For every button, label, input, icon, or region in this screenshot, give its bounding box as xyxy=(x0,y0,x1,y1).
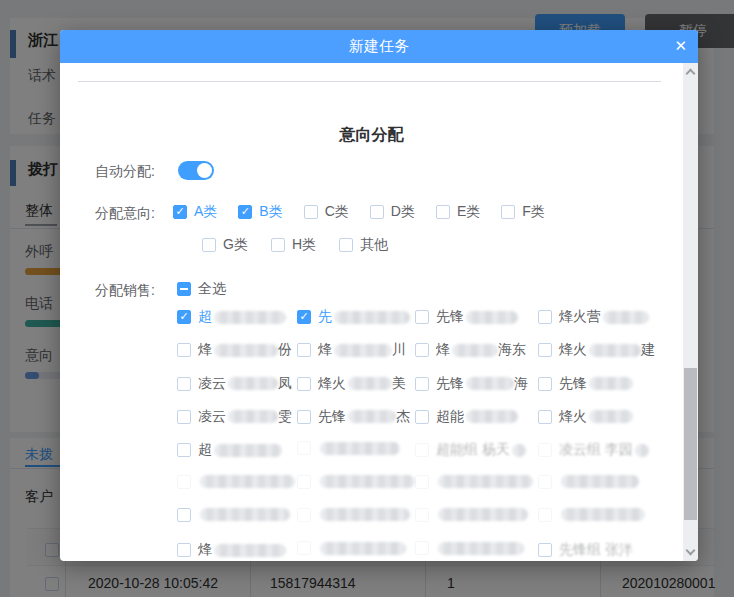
close-icon[interactable]: ✕ xyxy=(674,37,687,55)
sales-item[interactable]: 凌云凤 xyxy=(177,375,292,393)
sales-item-checkbox[interactable] xyxy=(177,475,191,489)
modal-body: 意向分配 自动分配: 分配意向: A类B类C类D类E类F类 G类H类其他 分配销… xyxy=(60,63,683,561)
sales-item[interactable] xyxy=(538,475,639,489)
intent-A类[interactable]: A类 xyxy=(173,203,217,221)
sales-item-checkbox[interactable] xyxy=(538,410,552,424)
sales-item-checkbox[interactable] xyxy=(415,541,429,555)
sales-item-checkbox[interactable] xyxy=(297,508,311,522)
sales-item[interactable] xyxy=(415,508,528,522)
sales-item[interactable]: 烽川 xyxy=(297,341,406,359)
sales-item[interactable]: 超 xyxy=(177,308,286,326)
sales-item-checkbox[interactable] xyxy=(415,343,429,357)
sales-item[interactable]: 烽火建 xyxy=(538,341,655,359)
sales-item-checkbox[interactable] xyxy=(415,410,429,424)
sales-item[interactable]: 烽海东 xyxy=(415,341,526,359)
sales-item-checkbox[interactable] xyxy=(538,443,552,457)
sales-item-checkbox[interactable] xyxy=(538,475,552,489)
scroll-up-icon[interactable] xyxy=(686,69,696,79)
sales-item-checkbox[interactable] xyxy=(538,508,552,522)
intent-B类[interactable]: B类 xyxy=(238,203,282,221)
intent-E类-checkbox[interactable] xyxy=(436,205,450,219)
modal-scrollbar[interactable] xyxy=(683,63,698,561)
select-all-sales[interactable]: 全选 xyxy=(177,280,226,298)
sales-item-checkbox[interactable] xyxy=(538,377,552,391)
sales-item[interactable] xyxy=(415,475,533,489)
sales-item[interactable]: 超能组 杨天 xyxy=(415,441,526,459)
intent-F类[interactable]: F类 xyxy=(501,203,545,221)
scrollbar-thumb[interactable] xyxy=(684,368,697,520)
sales-item-checkbox[interactable] xyxy=(177,310,191,324)
sales-item[interactable]: 先锋组 张洋 xyxy=(538,541,633,559)
sales-item-checkbox[interactable] xyxy=(177,443,191,457)
sales-item[interactable] xyxy=(297,475,415,489)
intent-C类[interactable]: C类 xyxy=(304,203,349,221)
redacted-name-blur xyxy=(512,444,526,457)
sales-item-checkbox[interactable] xyxy=(415,443,429,457)
sales-item-checkbox[interactable] xyxy=(297,475,311,489)
select-all-checkbox[interactable] xyxy=(177,282,191,296)
sales-item[interactable]: 超 xyxy=(177,441,282,459)
intent-D类[interactable]: D类 xyxy=(370,203,415,221)
intent-D类-checkbox[interactable] xyxy=(370,205,384,219)
sales-item[interactable]: 烽火 xyxy=(538,408,633,426)
select-all-label: 全选 xyxy=(198,280,226,298)
intent-E类[interactable]: E类 xyxy=(436,203,480,221)
sales-item[interactable]: 烽火营 xyxy=(538,308,649,326)
assign-sales-label: 分配销售: xyxy=(60,282,155,300)
intent-A类-checkbox[interactable] xyxy=(173,205,187,219)
sales-item[interactable] xyxy=(415,541,524,555)
sales-item-checkbox[interactable] xyxy=(297,343,311,357)
sales-item[interactable]: 烽份 xyxy=(177,341,292,359)
auto-assign-toggle[interactable] xyxy=(178,161,214,180)
intent-其他[interactable]: 其他 xyxy=(339,236,388,254)
intent-G类[interactable]: G类 xyxy=(202,236,248,254)
redacted-name-blur xyxy=(589,410,633,423)
sales-item-name-suffix: 川 xyxy=(392,341,406,359)
sales-item[interactable]: 先锋 xyxy=(538,375,633,393)
sales-item-checkbox[interactable] xyxy=(177,343,191,357)
redacted-name-blur xyxy=(589,377,633,390)
sales-row: 超超能组 杨天凌云组 李园 xyxy=(60,441,683,461)
sales-item-checkbox[interactable] xyxy=(415,310,429,324)
sales-item-checkbox[interactable] xyxy=(415,475,429,489)
redacted-name-blur xyxy=(466,410,518,423)
sales-item[interactable]: 先锋海 xyxy=(415,375,528,393)
intent-其他-checkbox[interactable] xyxy=(339,238,353,252)
sales-item[interactable]: 凌云雯 xyxy=(177,408,292,426)
sales-item-checkbox[interactable] xyxy=(415,377,429,391)
sales-item[interactable]: 先锋 xyxy=(415,308,518,326)
sales-item-name: 烽火 xyxy=(559,341,587,359)
sales-item-checkbox[interactable] xyxy=(538,310,552,324)
intent-C类-checkbox[interactable] xyxy=(304,205,318,219)
sales-item-checkbox[interactable] xyxy=(538,543,552,557)
sales-item-checkbox[interactable] xyxy=(415,508,429,522)
scroll-down-icon[interactable] xyxy=(686,546,696,556)
sales-item[interactable]: 超能 xyxy=(415,408,518,426)
sales-item[interactable] xyxy=(297,541,406,555)
sales-item-checkbox[interactable] xyxy=(297,410,311,424)
sales-item-checkbox[interactable] xyxy=(297,310,311,324)
intent-H类[interactable]: H类 xyxy=(271,236,316,254)
intent-H类-checkbox[interactable] xyxy=(271,238,285,252)
sales-item-checkbox[interactable] xyxy=(297,377,311,391)
sales-item[interactable]: 烽 xyxy=(177,541,286,559)
sales-item[interactable] xyxy=(297,508,410,522)
sales-item[interactable]: 先 xyxy=(297,308,410,326)
intent-B类-checkbox[interactable] xyxy=(238,205,252,219)
sales-item[interactable]: 凌云组 李园 xyxy=(538,441,649,459)
sales-item-checkbox[interactable] xyxy=(297,541,311,555)
intent-G类-checkbox[interactable] xyxy=(202,238,216,252)
sales-item[interactable]: 烽火美 xyxy=(297,375,406,393)
sales-item-checkbox[interactable] xyxy=(177,377,191,391)
sales-item[interactable] xyxy=(177,475,295,489)
sales-item-checkbox[interactable] xyxy=(297,441,311,455)
sales-item[interactable]: 先锋杰 xyxy=(297,408,410,426)
sales-item[interactable] xyxy=(177,508,290,522)
intent-F类-checkbox[interactable] xyxy=(501,205,515,219)
sales-item-checkbox[interactable] xyxy=(177,543,191,557)
sales-item[interactable] xyxy=(297,441,400,455)
sales-item-checkbox[interactable] xyxy=(177,508,191,522)
sales-item[interactable] xyxy=(538,508,645,522)
sales-item-checkbox[interactable] xyxy=(177,410,191,424)
sales-item-checkbox[interactable] xyxy=(538,343,552,357)
